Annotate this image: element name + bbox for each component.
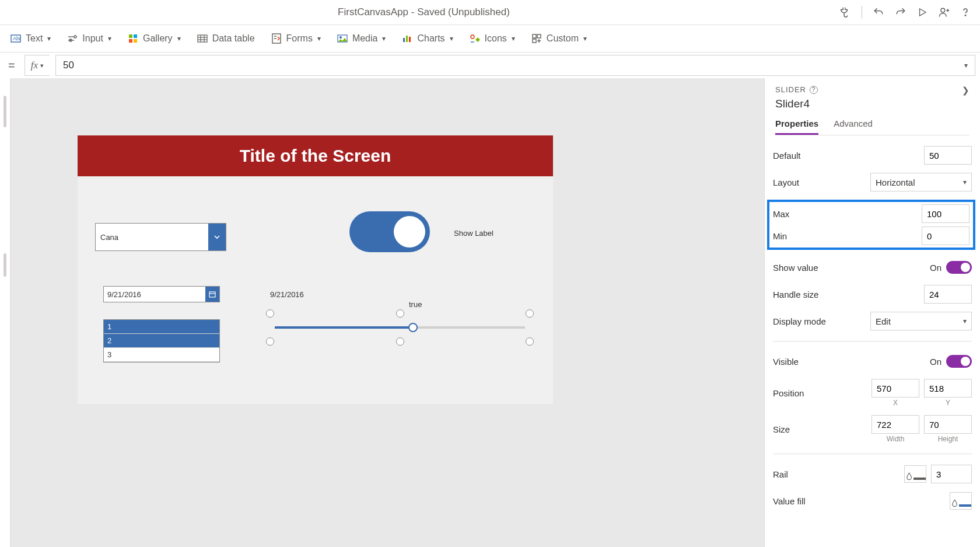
prop-label: Default [773, 151, 801, 161]
input-icon [67, 33, 78, 44]
dropdown-control[interactable]: Cana [95, 223, 226, 251]
prop-position: Position X Y [773, 379, 972, 407]
formula-property-dropdown[interactable]: fx▾ [24, 55, 50, 76]
chevron-down-icon: ▾ [177, 34, 181, 43]
charts-icon [402, 33, 412, 44]
prop-show-value: Show value On [773, 258, 972, 277]
tab-properties[interactable]: Properties [775, 119, 818, 135]
resize-handle[interactable] [266, 309, 274, 318]
handle-size-input[interactable] [924, 285, 972, 304]
svg-rect-25 [409, 37, 411, 42]
prop-label: Max [773, 209, 789, 219]
date-display-label[interactable]: 9/21/2016 [270, 290, 304, 299]
data-table-icon [197, 33, 208, 44]
ribbon-media[interactable]: Media▾ [337, 33, 386, 44]
slider-value-label[interactable]: true [409, 300, 422, 309]
canvas-area[interactable]: Title of the Screen Cana Show Label 9/21… [10, 78, 764, 547]
list-item[interactable]: 3 [104, 348, 219, 362]
resize-handle[interactable] [526, 309, 534, 318]
ribbon-gallery[interactable]: Gallery▾ [128, 33, 181, 44]
media-icon [337, 33, 348, 44]
display-mode-select[interactable]: Edit▾ [870, 312, 972, 330]
max-input[interactable] [922, 204, 970, 223]
ribbon-text[interactable]: Abc Text▾ [10, 33, 51, 44]
health-check-icon[interactable] [838, 6, 851, 19]
value-fill-color-swatch[interactable] [950, 492, 972, 510]
max-min-highlight: Max Min [767, 200, 975, 250]
ribbon-charts[interactable]: Charts▾ [402, 33, 453, 44]
ribbon-input[interactable]: Input▾ [67, 33, 111, 44]
list-item[interactable]: 2 [104, 334, 219, 348]
control-type-label: SLIDER ? [775, 85, 962, 94]
toggle-state-label: On [930, 357, 942, 367]
help-icon[interactable] [960, 6, 971, 19]
properties-pane: ❯ SLIDER ? Slider4 Properties Advanced D… [764, 78, 980, 547]
resize-handle[interactable] [396, 309, 404, 318]
resize-handle[interactable] [526, 337, 534, 346]
svg-rect-28 [537, 34, 541, 38]
layout-select[interactable]: Horizontal▾ [870, 173, 972, 191]
resize-handle[interactable] [396, 337, 404, 346]
play-icon[interactable] [917, 7, 928, 18]
rail-input[interactable] [931, 465, 972, 483]
dropdown-chevron-icon[interactable] [208, 224, 226, 250]
svg-rect-11 [129, 39, 132, 43]
prop-label: Size [773, 424, 790, 434]
title-bar-actions [838, 6, 971, 19]
account-icon[interactable] [938, 6, 950, 18]
date-picker-control[interactable]: 9/21/2016 [103, 286, 220, 302]
redo-icon[interactable] [895, 6, 907, 18]
ribbon-icons[interactable]: Icons▾ [470, 33, 515, 44]
custom-icon [531, 33, 542, 44]
canvas-screen[interactable]: Title of the Screen Cana Show Label 9/21… [78, 135, 553, 404]
ribbon-data-table[interactable]: Data table [197, 33, 255, 44]
divider [773, 341, 972, 342]
left-rail[interactable] [0, 78, 10, 547]
svg-point-2 [965, 15, 966, 16]
x-sublabel: X [893, 399, 898, 407]
ribbon-gallery-label: Gallery [143, 33, 173, 44]
slider-thumb[interactable] [408, 323, 418, 332]
listbox-control[interactable]: 1 2 3 [103, 319, 220, 363]
help-icon[interactable]: ? [810, 86, 818, 94]
ribbon-custom[interactable]: Custom▾ [531, 33, 587, 44]
properties-header: ❯ SLIDER ? Slider4 Properties Advanced [765, 78, 980, 138]
control-name[interactable]: Slider4 [775, 97, 970, 110]
prop-rail: Rail [773, 465, 972, 483]
svg-rect-10 [134, 34, 137, 38]
list-item[interactable]: 1 [104, 320, 219, 334]
ribbon-data-table-label: Data table [212, 33, 255, 44]
formula-input[interactable]: 50 ▾ [55, 55, 975, 76]
ribbon-forms[interactable]: Forms▾ [271, 33, 321, 44]
undo-icon[interactable] [873, 6, 884, 18]
rail-color-swatch[interactable] [904, 465, 926, 483]
collapse-pane-icon[interactable]: ❯ [962, 85, 970, 96]
screen-title-label[interactable]: Title of the Screen [78, 135, 553, 176]
min-input[interactable] [922, 227, 970, 245]
prop-label: Min [773, 231, 787, 241]
show-value-toggle[interactable] [946, 261, 972, 274]
svg-text:Abc: Abc [13, 36, 21, 41]
default-input[interactable] [924, 146, 972, 165]
slider-control-selected[interactable] [270, 313, 530, 342]
prop-label: Value fill [773, 496, 806, 506]
calendar-icon[interactable] [205, 287, 219, 302]
width-input[interactable] [872, 415, 919, 434]
visible-toggle[interactable] [946, 355, 972, 368]
width-sublabel: Width [887, 435, 905, 443]
chevron-down-icon: ▾ [317, 34, 321, 43]
height-input[interactable] [924, 415, 972, 434]
prop-label: Show value [773, 263, 818, 273]
resize-handle[interactable] [266, 337, 274, 346]
text-icon: Abc [10, 33, 21, 44]
chevron-down-icon: ▾ [512, 34, 515, 43]
toggle-control[interactable] [349, 211, 430, 252]
formula-bar: = fx▾ 50 ▾ [0, 53, 980, 78]
position-y-input[interactable] [924, 379, 972, 398]
canvas-body: Cana Show Label 9/21/2016 9/21/2016 true… [78, 176, 553, 404]
position-x-input[interactable] [872, 379, 919, 398]
svg-rect-9 [129, 34, 132, 38]
toggle-label[interactable]: Show Label [454, 229, 494, 238]
prop-min: Min [773, 227, 970, 245]
tab-advanced[interactable]: Advanced [834, 119, 873, 135]
